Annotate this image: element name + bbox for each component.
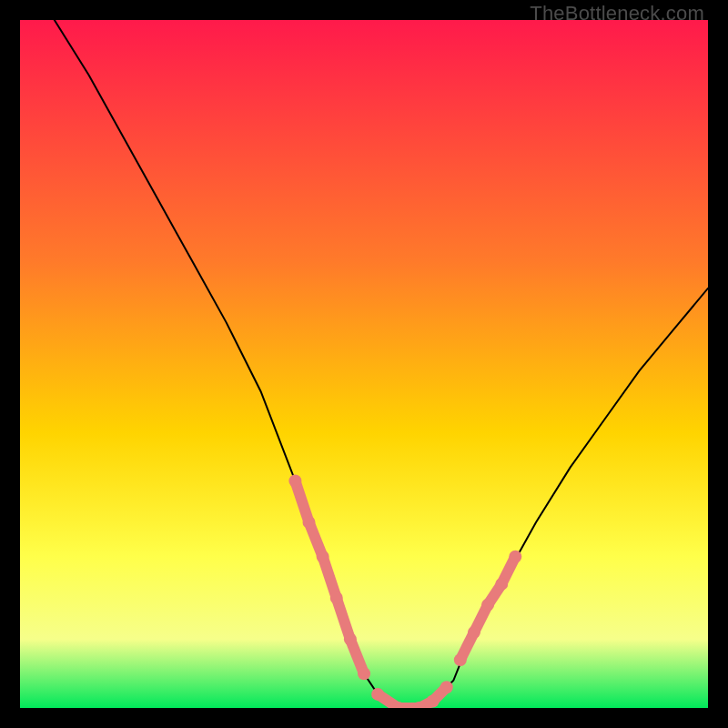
marker-dot (371, 688, 384, 701)
bottleneck-chart (20, 20, 708, 708)
marker-dot (330, 592, 343, 604)
chart-frame (20, 20, 708, 708)
marker-dot (427, 694, 440, 707)
gradient-background (20, 20, 708, 708)
marker-dot (509, 551, 521, 563)
marker-dot (454, 653, 467, 666)
marker-dot (317, 551, 329, 563)
marker-dot (303, 516, 316, 529)
marker-dot (495, 578, 508, 591)
marker-dot (468, 626, 480, 639)
marker-dot (481, 599, 494, 612)
marker-dot (358, 667, 370, 680)
marker-dot (440, 681, 453, 693)
marker-dot (288, 475, 301, 488)
marker-dot (344, 632, 357, 645)
